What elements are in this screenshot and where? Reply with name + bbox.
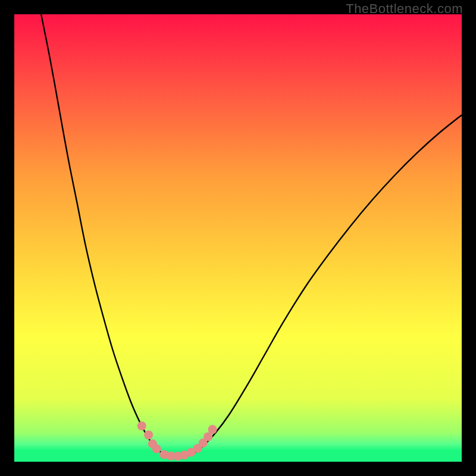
- watermark-text: TheBottleneck.com: [346, 1, 463, 17]
- data-marker: [144, 430, 153, 439]
- plot-background: [14, 14, 462, 462]
- chart-container: TheBottleneck.com: [0, 0, 476, 476]
- chart-svg: [0, 0, 476, 476]
- data-marker: [152, 444, 161, 453]
- data-marker: [208, 425, 217, 434]
- data-marker: [137, 421, 146, 430]
